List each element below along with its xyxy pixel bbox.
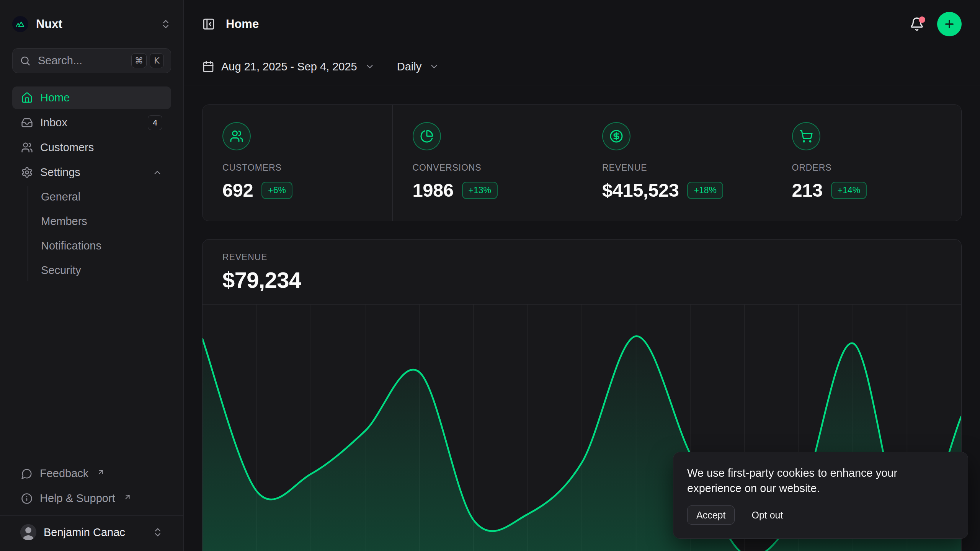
revenue-total: $79,234 <box>222 267 941 293</box>
stat-card-revenue[interactable]: REVENUE $415,523 +18% <box>582 105 772 221</box>
users-icon <box>21 142 33 153</box>
stat-value: 1986 <box>413 179 454 201</box>
sidebar-item-general[interactable]: General <box>28 186 171 208</box>
sidebar-item-settings[interactable]: Settings <box>12 161 171 184</box>
chevrons-up-down-icon <box>152 527 163 538</box>
inbox-icon <box>21 117 33 129</box>
cookie-message: We use first-party cookies to enhance yo… <box>687 465 954 496</box>
shopping-cart-icon <box>792 122 820 150</box>
cookie-accept-button[interactable]: Accept <box>687 505 735 525</box>
chevron-up-icon <box>152 168 162 178</box>
external-link-icon <box>123 493 132 501</box>
pie-chart-icon <box>413 122 441 150</box>
date-range-value: Aug 21, 2025 - Sep 4, 2025 <box>221 60 357 73</box>
stat-value: 213 <box>792 179 823 201</box>
sidebar-item-members[interactable]: Members <box>28 210 171 232</box>
inbox-count-badge: 4 <box>148 115 162 130</box>
search-input[interactable]: Search... ⌘ K <box>12 48 171 73</box>
help-support-label: Help & Support <box>40 492 115 505</box>
home-icon <box>21 92 33 104</box>
dollar-circle-icon <box>602 122 630 150</box>
sidebar-item-notifications[interactable]: Notifications <box>28 235 171 257</box>
stats-row: CUSTOMERS 692 +6% CONVERSIONS 1986 +13% <box>202 104 962 221</box>
stat-delta-badge: +13% <box>462 182 498 199</box>
notification-dot <box>919 16 925 23</box>
stat-label: REVENUE <box>602 163 752 173</box>
page-title: Home <box>226 17 259 31</box>
granularity-value: Daily <box>397 60 421 73</box>
help-support-link[interactable]: Help & Support <box>12 487 171 509</box>
user-menu[interactable]: Benjamin Canac <box>12 520 171 544</box>
info-circle-icon <box>21 493 33 504</box>
stat-delta-badge: +18% <box>687 182 723 199</box>
workspace-name: Nuxt <box>36 17 62 31</box>
cookie-banner: We use first-party cookies to enhance yo… <box>673 452 968 539</box>
stat-label: ORDERS <box>792 163 942 173</box>
feedback-label: Feedback <box>40 467 88 480</box>
sidebar-item-home[interactable]: Home <box>12 86 171 109</box>
search-icon <box>20 55 31 67</box>
stat-card-conversions[interactable]: CONVERSIONS 1986 +13% <box>392 105 582 221</box>
message-bubble-icon <box>21 468 33 479</box>
stat-card-orders[interactable]: ORDERS 213 +14% <box>772 105 962 221</box>
stat-label: CUSTOMERS <box>222 163 372 173</box>
calendar-icon <box>202 60 214 73</box>
filters-toolbar: Aug 21, 2025 - Sep 4, 2025 Daily <box>184 48 980 85</box>
sidebar-item-security[interactable]: Security <box>28 259 171 281</box>
page-header: Home <box>184 0 980 48</box>
revenue-panel-label: REVENUE <box>222 252 941 262</box>
sidebar-item-label: Settings <box>40 166 80 179</box>
search-placeholder: Search... <box>38 54 82 67</box>
stat-delta-badge: +14% <box>831 182 867 199</box>
stat-value: $415,523 <box>602 179 679 201</box>
stat-label: CONVERSIONS <box>413 163 562 173</box>
stat-delta-badge: +6% <box>261 182 292 199</box>
external-link-icon <box>96 468 105 476</box>
stat-value: 692 <box>222 179 253 201</box>
add-button[interactable] <box>937 12 962 36</box>
sidebar-nav: Home Inbox 4 Customers Settings <box>12 86 171 281</box>
stat-card-customers[interactable]: CUSTOMERS 692 +6% <box>203 105 392 221</box>
gear-icon <box>21 166 33 178</box>
sidebar-item-customers[interactable]: Customers <box>12 136 171 159</box>
feedback-link[interactable]: Feedback <box>12 463 171 484</box>
sidebar-collapse-button[interactable] <box>202 18 215 31</box>
notifications-button[interactable] <box>910 17 924 31</box>
sidebar-footer: Feedback Help & Support <box>12 463 171 515</box>
users-icon <box>222 122 251 150</box>
chevrons-up-down-icon <box>160 19 171 29</box>
user-name: Benjamin Canac <box>44 526 125 539</box>
cookie-optout-button[interactable]: Opt out <box>751 510 783 521</box>
date-range-picker[interactable]: Aug 21, 2025 - Sep 4, 2025 <box>202 60 375 73</box>
chevron-down-icon <box>429 62 439 72</box>
kbd-k: K <box>150 53 164 68</box>
sidebar: Nuxt Search... ⌘ K Home <box>0 0 184 551</box>
kbd-cmd: ⌘ <box>131 53 147 68</box>
settings-subnav: General Members Notifications Security <box>28 186 171 281</box>
chevron-down-icon <box>365 62 375 72</box>
granularity-select[interactable]: Daily <box>397 60 439 73</box>
nuxt-logo-icon <box>12 16 28 32</box>
sidebar-item-label: Inbox <box>40 116 67 129</box>
avatar <box>20 524 36 540</box>
workspace-switcher[interactable]: Nuxt <box>12 0 171 48</box>
sidebar-item-label: Home <box>40 91 70 104</box>
sidebar-item-inbox[interactable]: Inbox 4 <box>12 111 171 134</box>
sidebar-item-label: Customers <box>40 141 94 154</box>
